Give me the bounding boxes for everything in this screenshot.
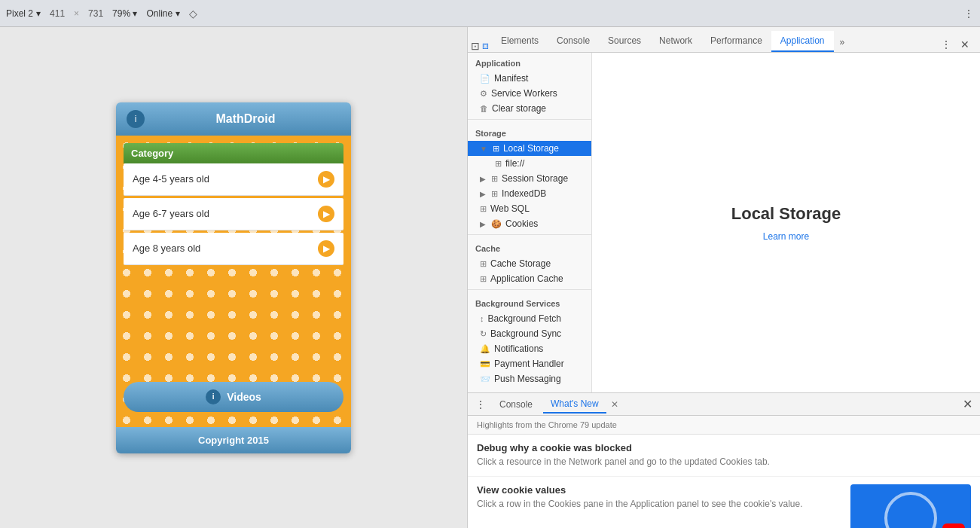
viewport-width: 411 (50, 8, 65, 19)
sidebar-item-background-fetch[interactable]: ↕ Background Fetch (468, 311, 591, 326)
dims-separator: × (74, 8, 79, 19)
sidebar-item-cookies[interactable]: ▶ 🍪 Cookies (468, 216, 591, 231)
mobile-footer: Copyright 2015 (116, 427, 351, 453)
sidebar-item-push-messaging[interactable]: 📨 Push Messaging (468, 371, 591, 386)
zoom-selector[interactable]: 79% ▾ (112, 8, 137, 19)
thumb-play-button[interactable] (942, 523, 965, 528)
cache-section-label: Cache (468, 238, 591, 256)
top-bar: Pixel 2 ▾ 411 × 731 79% ▾ Online ▾ ◇ ⋮ (0, 0, 980, 27)
sidebar-item-session-storage[interactable]: ▶ ⊞ Session Storage (468, 171, 591, 186)
mobile-header: i MathDroid (116, 102, 351, 136)
cookie-values-desc: Click a row in the Cookies pane in the A… (477, 498, 841, 511)
network-chevron-icon[interactable]: ▾ (176, 8, 180, 19)
list-item-label: Age 8 years old (133, 243, 200, 254)
bg-services-section-label: Background Services (468, 293, 591, 311)
zoom-label: 79% (112, 8, 130, 19)
application-section-label: Application (468, 53, 591, 71)
cookie-debug-title: Debug why a cookie was blocked (477, 442, 971, 453)
tab-application[interactable]: Application (771, 31, 834, 52)
cookie-values-title: View cookie values (477, 484, 841, 496)
mobile-content-area: Age 4-5 years old ▶ Age 6-7 years old ▶ … (124, 163, 343, 374)
sidebar-divider-1 (468, 119, 591, 120)
mobile-preview: i MathDroid Category Age 4-5 years old ▶… (0, 27, 467, 528)
more-tabs-icon[interactable]: » (834, 32, 851, 52)
devtools-sidebar: Application 📄 Manifest ⚙ Service Workers… (468, 53, 592, 392)
list-item[interactable]: Age 8 years old ▶ (124, 233, 343, 265)
sidebar-label-payment-handler: Payment Handler (494, 359, 564, 369)
cookies-expand-icon: ▶ (480, 220, 486, 228)
drawer-highlights-label: Highlights from the Chrome 79 update (468, 416, 980, 435)
tab-sources[interactable]: Sources (599, 31, 650, 52)
device-selector[interactable]: Pixel 2 ▾ (6, 8, 41, 19)
cookies-icon: 🍪 (491, 219, 502, 229)
background-sync-icon: ↻ (480, 329, 487, 339)
sidebar-item-application-cache[interactable]: ⊞ Application Cache (468, 271, 591, 286)
devtools-panel: ⊡ ⧈ Elements Console Sources Network Per… (467, 27, 980, 528)
tab-performance[interactable]: Performance (701, 31, 771, 52)
devtools-close-icon[interactable]: ✕ (957, 37, 972, 52)
sidebar-item-notifications[interactable]: 🔔 Notifications (468, 341, 591, 356)
devtools-controls: ⋮ ✕ (933, 37, 977, 52)
capture-icon[interactable]: ◇ (189, 8, 197, 20)
sidebar-label-cache-storage: Cache Storage (490, 258, 551, 269)
sidebar-item-background-sync[interactable]: ↻ Background Sync (468, 326, 591, 341)
sidebar-item-cache-storage[interactable]: ⊞ Cache Storage (468, 256, 591, 271)
web-sql-icon: ⊞ (480, 204, 487, 214)
application-cache-icon: ⊞ (480, 274, 487, 284)
videos-button[interactable]: i Videos (124, 382, 343, 412)
devtools-pin-icon[interactable]: ⊡ (471, 40, 480, 52)
sidebar-item-service-workers[interactable]: ⚙ Service Workers (468, 86, 591, 101)
list-item-label: Age 4-5 years old (133, 173, 209, 185)
tab-console[interactable]: Console (548, 31, 599, 52)
devtools-screen-icon[interactable]: ⧈ (482, 39, 489, 52)
mobile-frame: i MathDroid Category Age 4-5 years old ▶… (116, 102, 351, 453)
drawer-tab-whats-new[interactable]: What's New (543, 395, 606, 414)
sidebar-item-web-sql[interactable]: ⊞ Web SQL (468, 201, 591, 216)
sidebar-label-application-cache: Application Cache (490, 273, 563, 284)
manifest-icon: 📄 (480, 74, 490, 84)
drawer-tab-console[interactable]: Console (492, 396, 540, 413)
tab-elements[interactable]: Elements (492, 31, 548, 52)
devtools-drawer: ⋮ Console What's New ✕ ✕ Highlights from… (468, 392, 980, 528)
drawer-item-cookie-values: View cookie values Click a row in the Co… (468, 477, 980, 528)
videos-icon: i (206, 389, 221, 404)
drawer-close-button[interactable]: ✕ (960, 395, 975, 413)
sidebar-label-indexeddb: IndexedDB (502, 188, 546, 199)
sidebar-label-background-fetch: Background Fetch (488, 313, 561, 324)
sidebar-item-manifest[interactable]: 📄 Manifest (468, 71, 591, 86)
sidebar-label-background-sync: Background Sync (490, 328, 561, 339)
mobile-header-icon: i (127, 110, 145, 128)
tab-network[interactable]: Network (650, 31, 701, 52)
devtools-main-area: Local Storage Learn more (592, 53, 980, 392)
sidebar-label-manifest: Manifest (494, 73, 528, 84)
list-item[interactable]: Age 4-5 years old ▶ (124, 163, 343, 196)
clear-storage-icon: 🗑 (480, 104, 488, 113)
cookie-debug-desc: Click a resource in the Network panel an… (477, 456, 971, 468)
sidebar-item-clear-storage[interactable]: 🗑 Clear storage (468, 101, 591, 116)
videos-label: Videos (227, 391, 261, 403)
drawer-menu-icon[interactable]: ⋮ (472, 397, 489, 412)
sidebar-divider-2 (468, 234, 591, 235)
session-storage-icon: ⊞ (491, 174, 498, 184)
main-content: i MathDroid Category Age 4-5 years old ▶… (0, 27, 980, 528)
devtools-settings-icon[interactable]: ⋮ (938, 37, 954, 52)
learn-more-link[interactable]: Learn more (763, 231, 809, 242)
sidebar-item-local-storage[interactable]: ▼ ⊞ Local Storage (468, 141, 591, 156)
sidebar-label-clear-storage: Clear storage (492, 103, 546, 114)
sidebar-item-payment-handler[interactable]: 💳 Payment Handler (468, 356, 591, 371)
notifications-icon: 🔔 (480, 344, 490, 354)
service-workers-icon: ⚙ (480, 89, 487, 99)
sidebar-label-local-storage: Local Storage (503, 143, 559, 154)
more-icon[interactable]: ⋮ (963, 8, 974, 20)
thumb-circle-decoration (884, 492, 937, 528)
list-item[interactable]: Age 6-7 years old ▶ (124, 198, 343, 230)
network-selector[interactable]: Online ▾ (146, 8, 179, 19)
drawer-content: Highlights from the Chrome 79 update Deb… (468, 416, 980, 528)
sidebar-item-file[interactable]: ⊞ file:// (468, 156, 591, 171)
zoom-chevron-icon[interactable]: ▾ (133, 8, 137, 19)
sidebar-item-indexeddb[interactable]: ▶ ⊞ IndexedDB (468, 186, 591, 201)
device-label: Pixel 2 (6, 8, 33, 19)
arrow-icon: ▶ (318, 206, 334, 222)
drawer-tab-close-icon[interactable]: ✕ (609, 399, 620, 410)
device-chevron-icon[interactable]: ▾ (36, 8, 41, 19)
